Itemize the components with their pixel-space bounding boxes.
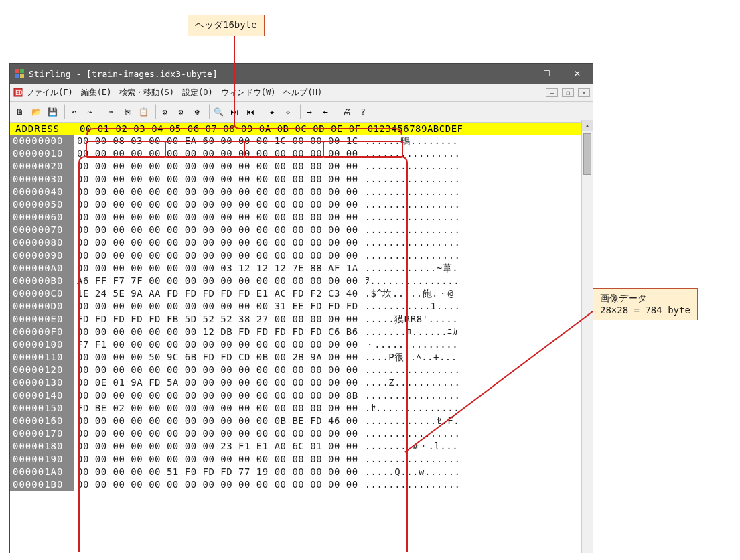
hex-ascii[interactable]: ................ — [358, 236, 461, 249]
hex-bytes[interactable]: 1E 24 5E 9A AA FD FD FD FD FD E1 AC FD F… — [74, 287, 358, 300]
hex-bytes[interactable]: FD BE 02 00 00 00 00 00 00 00 00 00 00 0… — [74, 402, 358, 415]
hex-bytes[interactable]: 00 00 00 00 00 00 00 00 00 00 00 00 00 0… — [74, 478, 358, 491]
hex-ascii[interactable]: ................ — [358, 478, 461, 491]
vertical-scrollbar[interactable]: ▴ — [581, 120, 593, 553]
hex-ascii[interactable]: ................ — [358, 173, 461, 186]
hex-bytes[interactable]: 00 00 00 00 00 00 00 00 23 F1 E1 A0 6C 0… — [74, 440, 358, 453]
hex-row[interactable]: 000000B0A6 FF F7 7F 00 00 00 00 00 00 00… — [10, 275, 593, 287]
hex-bytes[interactable]: 00 00 00 00 00 00 00 00 00 00 00 00 00 0… — [74, 224, 358, 236]
hex-row[interactable]: 000001A000 00 00 00 00 51 F0 FD FD 77 19… — [10, 466, 593, 478]
hex-ascii[interactable]: .ｾ.............. — [358, 402, 459, 415]
hex-ascii[interactable]: ｦ............... — [358, 275, 459, 287]
hex-row[interactable]: 0000014000 00 00 00 00 00 00 00 00 00 00… — [10, 389, 593, 402]
new-icon[interactable]: 🗎 — [13, 104, 27, 119]
hex-ascii[interactable]: ................ — [358, 211, 461, 224]
hex-ascii[interactable]: ....P很..ﾍ..+... — [358, 351, 457, 364]
hex-bytes[interactable]: 00 00 00 00 00 00 00 00 00 00 00 00 00 0… — [74, 453, 358, 466]
hex-ascii[interactable]: ...........1.... — [358, 300, 461, 313]
hex-bytes[interactable]: A6 FF F7 7F 00 00 00 00 00 00 00 00 00 0… — [74, 275, 358, 287]
menu-settings[interactable]: 設定(O) — [182, 87, 213, 98]
hex-row[interactable]: 0000002000 00 00 00 00 00 00 00 00 00 00… — [10, 160, 593, 173]
find-prev-icon[interactable]: ⏮ — [243, 104, 258, 119]
hex-ascii[interactable]: .....獏RR8'..... — [358, 313, 459, 326]
hex-bytes[interactable]: 00 00 00 00 00 00 00 00 00 00 00 00 00 0… — [74, 147, 358, 160]
hex-ascii[interactable]: ................ — [358, 198, 461, 211]
hex-bytes[interactable]: FD FD FD FD FD FB 5D 52 52 38 27 00 00 0… — [74, 313, 358, 326]
mdi-close-button[interactable]: × — [578, 88, 590, 97]
menu-file[interactable]: ファイル(F) — [26, 87, 73, 98]
hex-row[interactable]: 0000013000 0E 01 9A FD 5A 00 00 00 00 00… — [10, 376, 593, 389]
hex-bytes[interactable]: 00 00 00 00 00 00 00 00 03 12 12 12 7E 8… — [74, 262, 358, 275]
hex-ascii[interactable]: ............~葦. — [358, 262, 459, 275]
maximize-button[interactable]: ☐ — [531, 64, 562, 84]
goto-icon[interactable]: → — [302, 104, 317, 119]
hex-ascii[interactable]: ................ — [358, 453, 461, 466]
mdi-restore-button[interactable]: ❐ — [562, 88, 574, 97]
hex-row[interactable]: 0000003000 00 00 00 00 00 00 00 00 00 00… — [10, 173, 593, 186]
hex-row[interactable]: 0000011000 00 00 00 50 9C 6B FD FD CD 0B… — [10, 351, 593, 364]
menu-help[interactable]: ヘルプ(H) — [283, 87, 322, 98]
hex-ascii[interactable]: .......ﾛ......ﾆｶ — [358, 326, 458, 338]
hex-bytes[interactable]: 00 00 00 00 00 00 00 00 00 00 00 00 00 0… — [74, 160, 358, 173]
hex-ascii[interactable]: ......鵯........ — [358, 135, 459, 147]
copy-icon[interactable]: ⎘ — [120, 104, 135, 119]
hex-row[interactable]: 0000001000 00 00 00 00 00 00 00 00 00 00… — [10, 147, 593, 160]
hex-row[interactable]: 0000017000 00 00 00 00 00 00 00 00 00 00… — [10, 427, 593, 440]
tool-icon[interactable]: ⚙ — [157, 104, 172, 119]
tool2-icon[interactable]: ⚙ — [173, 104, 188, 119]
hex-bytes[interactable]: F7 F1 00 00 00 00 00 00 00 00 00 00 00 0… — [74, 338, 358, 351]
tool3-icon[interactable]: ⚙ — [190, 104, 204, 119]
hex-ascii[interactable]: ................ — [358, 364, 461, 376]
menu-edit[interactable]: 編集(E) — [81, 87, 112, 98]
hex-row[interactable]: 0000012000 00 00 00 00 00 00 00 00 00 00… — [10, 364, 593, 376]
help-icon[interactable]: ? — [356, 104, 370, 119]
hex-row[interactable]: 0000016000 00 00 00 00 00 00 00 00 00 00… — [10, 415, 593, 427]
hex-row[interactable]: 0000000000 00 08 03 00 00 EA 60 00 00 00… — [10, 135, 593, 147]
find-icon[interactable]: 🔍 — [211, 104, 226, 119]
hex-row[interactable]: 0000007000 00 00 00 00 00 00 00 00 00 00… — [10, 224, 593, 236]
find-next-icon[interactable]: ⏭ — [227, 104, 242, 119]
open-icon[interactable]: 📂 — [29, 104, 44, 119]
menu-search[interactable]: 検索・移動(S) — [119, 87, 174, 98]
hex-bytes[interactable]: 00 00 00 00 00 00 00 00 00 00 00 00 00 0… — [74, 236, 358, 249]
hex-row[interactable]: 000000F000 00 00 00 00 00 00 12 DB FD FD… — [10, 326, 593, 338]
hex-bytes[interactable]: 00 00 00 00 00 00 00 00 00 00 00 0B BE F… — [74, 415, 358, 427]
hex-ascii[interactable]: .....Q...w...... — [358, 466, 461, 478]
hex-ascii[interactable]: ................ — [358, 427, 461, 440]
hex-bytes[interactable]: 00 00 00 00 00 00 00 00 00 00 00 00 00 0… — [74, 249, 358, 262]
hex-row[interactable]: 00000150FD BE 02 00 00 00 00 00 00 00 00… — [10, 402, 593, 415]
hex-bytes[interactable]: 00 00 00 00 00 00 00 00 00 00 00 00 00 0… — [74, 389, 358, 402]
hex-bytes[interactable]: 00 00 00 00 00 00 00 00 00 00 00 00 00 0… — [74, 198, 358, 211]
hex-row[interactable]: 0000019000 00 00 00 00 00 00 00 00 00 00… — [10, 453, 593, 466]
hex-row[interactable]: 00000100F7 F1 00 00 00 00 00 00 00 00 00… — [10, 338, 593, 351]
hex-row[interactable]: 0000018000 00 00 00 00 00 00 00 23 F1 E1… — [10, 440, 593, 453]
hex-ascii[interactable]: ................ — [358, 186, 461, 198]
hex-ascii[interactable]: ........#・.l... — [358, 440, 459, 453]
redo-icon[interactable]: ↷ — [82, 104, 97, 119]
hex-row[interactable]: 000000A000 00 00 00 00 00 00 00 03 12 12… — [10, 262, 593, 275]
paste-icon[interactable]: 📋 — [136, 104, 151, 119]
hex-ascii[interactable]: .$^坎.....飽.・@ — [358, 287, 454, 300]
menu-window[interactable]: ウィンドウ(W) — [221, 87, 276, 98]
hex-ascii[interactable]: ....Z........... — [358, 376, 461, 389]
print-icon[interactable]: 🖨 — [340, 104, 354, 119]
hex-bytes[interactable]: 00 00 00 00 00 00 00 00 00 00 00 00 00 0… — [74, 186, 358, 198]
mark2-icon[interactable]: ☆ — [281, 104, 295, 119]
hex-ascii[interactable]: ................ — [358, 249, 461, 262]
hex-ascii[interactable]: ・.............. — [358, 338, 459, 351]
hex-row[interactable]: 0000006000 00 00 00 00 00 00 00 00 00 00… — [10, 211, 593, 224]
hex-row[interactable]: 000000E0FD FD FD FD FD FB 5D 52 52 38 27… — [10, 313, 593, 326]
close-button[interactable]: ✕ — [562, 64, 593, 84]
hex-bytes[interactable]: 00 00 00 00 00 00 00 12 DB FD FD FD FD F… — [74, 326, 358, 338]
scroll-thumb[interactable] — [583, 133, 591, 175]
hex-ascii[interactable]: ................ — [358, 389, 461, 402]
minimize-button[interactable]: — — [500, 64, 531, 84]
hex-bytes[interactable]: 00 00 00 00 00 00 00 00 00 00 00 00 00 0… — [74, 427, 358, 440]
hex-bytes[interactable]: 00 00 00 00 50 9C 6B FD FD CD 0B 00 2B 9… — [74, 351, 358, 364]
hex-ascii[interactable]: ................ — [358, 147, 461, 160]
hex-row[interactable]: 0000009000 00 00 00 00 00 00 00 00 00 00… — [10, 249, 593, 262]
hex-ascii[interactable]: ................ — [358, 224, 461, 236]
hex-ascii[interactable]: ................ — [358, 160, 461, 173]
cut-icon[interactable]: ✂ — [104, 104, 119, 119]
hex-view[interactable]: 0000000000 00 08 03 00 00 EA 60 00 00 00… — [10, 135, 593, 491]
